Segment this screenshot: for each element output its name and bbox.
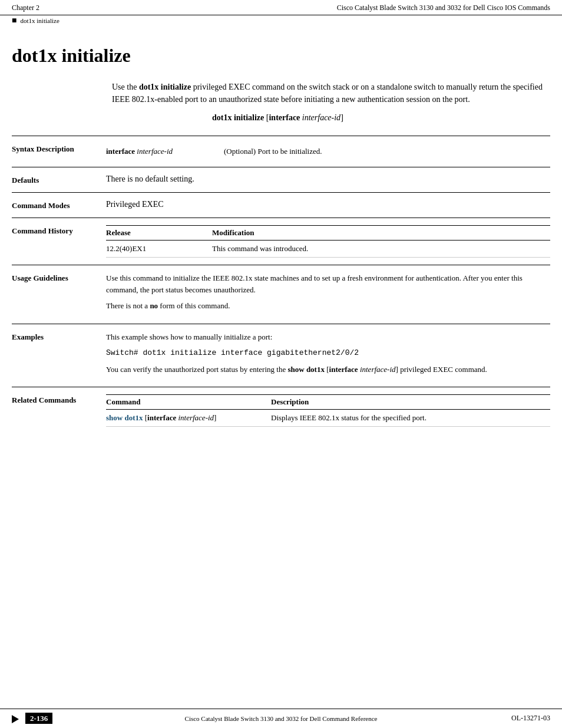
ex-para2-keyword: interface [329,365,358,374]
footer-left: 2-136 [12,714,52,723]
usage-guidelines-label: Usage Guidelines [12,272,106,317]
examples-para1: This example shows how to manually initi… [106,331,550,343]
examples-content: This example shows how to manually initi… [106,331,550,380]
cmd-header-row: Release Modification [106,226,550,241]
command-history-label: Command History [12,225,106,258]
footer-triangle-icon [12,715,19,723]
col-modification: Modification [212,226,550,241]
usage-guidelines-content: Use this command to initialize the IEEE … [106,272,550,317]
related-commands-content: Command Description show dot1x [interfac… [106,394,550,427]
usage-para1: Use this command to initialize the IEEE … [106,272,550,295]
command-modes-label: Command Modes [12,200,106,210]
ex-para2-pre: You can verify the unauthorized port sta… [106,365,287,374]
command-modes-text: Privileged EXEC [106,200,550,209]
defaults-label: Defaults [12,174,106,185]
modification-cell: This command was introduced. [212,241,550,258]
examples-code: Switch# dot1x initialize interface gigab… [106,347,550,359]
syntax-col1-bold: interface [106,147,135,156]
syntax-col1: interface interface-id [106,143,224,160]
syntax-keyword: interface [269,113,300,122]
related-commands-row: Related Commands Command Description sho… [12,387,550,434]
table-row: 12.2(40)EX1This command was introduced. [106,241,550,258]
command-modes-row: Command Modes Privileged EXEC [12,192,550,218]
related-desc-cell: Displays IEEE 802.1x status for the spec… [271,410,550,427]
related-cmd-keyword: interface [147,413,176,422]
ex-para2-post: privileged EXEC command. [398,365,487,374]
command-history-row: Command History Release Modification 12.… [12,218,550,265]
command-history-content: Release Modification 12.2(40)EX1This com… [106,225,550,258]
related-commands-label: Related Commands [12,394,106,427]
related-cmd-italic: interface-id [176,413,214,422]
defaults-text: There is no default setting. [106,174,550,184]
usage-para2-bold: no [150,301,158,310]
syntax-description-content: interface interface-id (Optional) Port t… [106,143,550,160]
related-col-command: Command [106,395,271,410]
header-title: Cisco Catalyst Blade Switch 3130 and 303… [337,4,550,12]
defaults-content: There is no default setting. [106,174,550,185]
syntax-bracket-close: ] [340,113,343,122]
syntax-col2: (Optional) Port to be initialized. [224,143,550,160]
intro-section: Use the dot1x initialize privileged EXEC… [112,81,550,124]
page-title: dot1x initialize [12,45,550,67]
footer-center-text: Cisco Catalyst Blade Switch 3130 and 303… [185,715,378,722]
syntax-table: interface interface-id (Optional) Port t… [106,143,550,160]
intro-pre: Use the [112,83,139,91]
defaults-row: Defaults There is no default setting. [12,167,550,192]
table-row: interface interface-id (Optional) Port t… [106,143,550,160]
syntax-line: dot1x initialize [interface interface-id… [212,111,550,124]
examples-row: Examples This example shows how to manua… [12,324,550,387]
related-cmd-bracket-close: ] [214,413,216,422]
breadcrumb-bullet: ■ [12,17,16,25]
related-col-description: Description [271,395,550,410]
header-chapter: Chapter 2 [12,4,39,12]
related-header-row: Command Description [106,395,550,410]
related-cmd-link[interactable]: show dot1x [106,413,143,422]
col-release: Release [106,226,212,241]
related-commands-table: Command Description show dot1x [interfac… [106,394,550,427]
related-cmd-bracket: [ [143,413,148,422]
top-header: Chapter 2 Cisco Catalyst Blade Switch 31… [0,0,562,15]
table-row: show dot1x [interface interface-id]Displ… [106,410,550,427]
examples-para2: You can verify the unauthorized port sta… [106,364,550,375]
usage-guidelines-row: Usage Guidelines Use this command to ini… [12,265,550,324]
syntax-description-label: Syntax Description [12,143,106,160]
command-modes-content: Privileged EXEC [106,200,550,210]
syntax-description-row: Syntax Description interface interface-i… [12,136,550,167]
ex-para2-bracket: [ [325,365,329,374]
examples-label: Examples [12,331,106,380]
breadcrumb: ■ dot1x initialize [0,15,562,27]
usage-para2-post: form of this command. [158,301,230,310]
usage-para2-pre: There is not a [106,301,150,310]
release-cell: 12.2(40)EX1 [106,241,212,258]
intro-bold: dot1x initialize [139,83,191,91]
main-content: dot1x initialize Use the dot1x initializ… [0,27,562,469]
page-number: 2-136 [25,713,52,724]
related-cmd-cell[interactable]: show dot1x [interface interface-id] [106,410,271,427]
syntax-bold: dot1x initialize [212,113,264,122]
ex-para2-bold: show dot1x [287,365,325,374]
syntax-col1-italic: interface-id [135,147,173,156]
ex-para2-italic: interface-id [358,365,396,374]
command-history-table: Release Modification 12.2(40)EX1This com… [106,225,550,258]
intro-para1: Use the dot1x initialize privileged EXEC… [112,81,550,106]
usage-para2: There is not a no form of this command. [106,300,550,312]
footer-right-text: OL-13271-03 [511,714,550,723]
bottom-footer: 2-136 Cisco Catalyst Blade Switch 3130 a… [0,709,562,728]
breadcrumb-text: dot1x initialize [20,17,59,24]
syntax-italic: interface-id [300,113,340,122]
